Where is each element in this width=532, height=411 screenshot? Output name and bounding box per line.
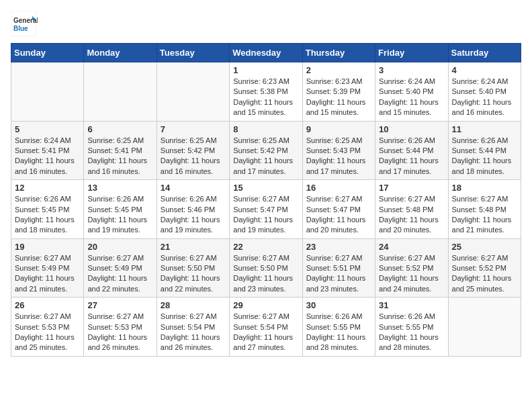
calendar-cell: [11, 62, 84, 122]
day-number: 10: [379, 124, 444, 134]
day-info: Sunrise: 6:24 AMSunset: 5:40 PMDaylight:…: [379, 77, 444, 118]
day-info: Sunrise: 6:27 AMSunset: 5:50 PMDaylight:…: [233, 253, 298, 295]
day-number: 11: [452, 124, 517, 134]
day-number: 25: [452, 242, 517, 252]
weekday-header-friday: Friday: [375, 44, 448, 62]
day-info: Sunrise: 6:27 AMSunset: 5:53 PMDaylight:…: [87, 312, 152, 353]
day-number: 26: [15, 300, 80, 310]
day-info: Sunrise: 6:27 AMSunset: 5:47 PMDaylight:…: [233, 194, 298, 236]
day-number: 13: [87, 183, 152, 193]
day-number: 6: [87, 124, 152, 134]
calendar-week-5: 26Sunrise: 6:27 AMSunset: 5:53 PMDayligh…: [11, 298, 521, 357]
day-number: 16: [306, 183, 371, 193]
calendar-cell: 17Sunrise: 6:27 AMSunset: 5:48 PMDayligh…: [375, 180, 448, 239]
calendar-week-1: 1Sunrise: 6:23 AMSunset: 5:38 PMDaylight…: [11, 62, 521, 122]
calendar-cell: 1Sunrise: 6:23 AMSunset: 5:38 PMDaylight…: [230, 62, 302, 122]
calendar-cell: 26Sunrise: 6:27 AMSunset: 5:53 PMDayligh…: [11, 298, 84, 357]
day-number: 14: [161, 183, 226, 193]
day-number: 24: [379, 242, 444, 252]
calendar-cell: 27Sunrise: 6:27 AMSunset: 5:53 PMDayligh…: [84, 298, 157, 357]
calendar-cell: 11Sunrise: 6:26 AMSunset: 5:44 PMDayligh…: [448, 121, 521, 180]
page-header: General Blue: [11, 11, 521, 38]
day-number: 9: [306, 124, 371, 134]
day-info: Sunrise: 6:26 AMSunset: 5:44 PMDaylight:…: [452, 136, 517, 177]
calendar-cell: 14Sunrise: 6:26 AMSunset: 5:46 PMDayligh…: [157, 180, 229, 239]
calendar-table: SundayMondayTuesdayWednesdayThursdayFrid…: [11, 43, 521, 357]
day-number: 8: [233, 124, 298, 134]
weekday-header-tuesday: Tuesday: [157, 44, 229, 62]
day-number: 19: [15, 242, 80, 252]
calendar-week-4: 19Sunrise: 6:27 AMSunset: 5:49 PMDayligh…: [11, 238, 521, 298]
day-info: Sunrise: 6:23 AMSunset: 5:39 PMDaylight:…: [306, 77, 371, 118]
day-number: 22: [233, 242, 298, 252]
day-number: 21: [161, 242, 226, 252]
day-info: Sunrise: 6:27 AMSunset: 5:54 PMDaylight:…: [161, 312, 226, 353]
day-number: 28: [161, 300, 226, 310]
day-info: Sunrise: 6:24 AMSunset: 5:41 PMDaylight:…: [15, 136, 80, 177]
day-info: Sunrise: 6:27 AMSunset: 5:52 PMDaylight:…: [452, 253, 517, 295]
day-info: Sunrise: 6:27 AMSunset: 5:50 PMDaylight:…: [161, 253, 226, 295]
weekday-header-monday: Monday: [84, 44, 157, 62]
calendar-week-3: 12Sunrise: 6:26 AMSunset: 5:45 PMDayligh…: [11, 180, 521, 239]
day-number: 12: [15, 183, 80, 193]
calendar-cell: 2Sunrise: 6:23 AMSunset: 5:39 PMDaylight…: [302, 62, 375, 122]
day-info: Sunrise: 6:25 AMSunset: 5:41 PMDaylight:…: [87, 136, 152, 177]
calendar-cell: 5Sunrise: 6:24 AMSunset: 5:41 PMDaylight…: [11, 121, 84, 180]
day-number: 27: [87, 300, 152, 310]
calendar-cell: 19Sunrise: 6:27 AMSunset: 5:49 PMDayligh…: [11, 238, 84, 298]
calendar-body: 1Sunrise: 6:23 AMSunset: 5:38 PMDaylight…: [11, 62, 521, 357]
day-number: 30: [306, 300, 371, 310]
calendar-cell: 25Sunrise: 6:27 AMSunset: 5:52 PMDayligh…: [448, 238, 521, 298]
day-info: Sunrise: 6:27 AMSunset: 5:47 PMDaylight:…: [306, 194, 371, 236]
day-number: 15: [233, 183, 298, 193]
calendar-cell: 29Sunrise: 6:27 AMSunset: 5:54 PMDayligh…: [230, 298, 302, 357]
day-info: Sunrise: 6:25 AMSunset: 5:42 PMDaylight:…: [233, 136, 298, 177]
day-info: Sunrise: 6:27 AMSunset: 5:49 PMDaylight:…: [87, 253, 152, 295]
weekday-header-wednesday: Wednesday: [230, 44, 302, 62]
calendar-cell: 9Sunrise: 6:25 AMSunset: 5:43 PMDaylight…: [302, 121, 375, 180]
calendar-cell: 20Sunrise: 6:27 AMSunset: 5:49 PMDayligh…: [84, 238, 157, 298]
calendar-cell: [448, 298, 521, 357]
calendar-cell: 31Sunrise: 6:26 AMSunset: 5:55 PMDayligh…: [375, 298, 448, 357]
day-number: 20: [87, 242, 152, 252]
day-number: 7: [161, 124, 226, 134]
day-info: Sunrise: 6:27 AMSunset: 5:51 PMDaylight:…: [306, 253, 371, 295]
day-number: 3: [379, 65, 444, 75]
day-info: Sunrise: 6:27 AMSunset: 5:52 PMDaylight:…: [379, 253, 444, 295]
day-number: 31: [379, 300, 444, 310]
day-number: 4: [452, 65, 517, 75]
calendar-cell: [84, 62, 157, 122]
calendar-cell: 6Sunrise: 6:25 AMSunset: 5:41 PMDaylight…: [84, 121, 157, 180]
calendar-cell: 10Sunrise: 6:26 AMSunset: 5:44 PMDayligh…: [375, 121, 448, 180]
logo-icon: General Blue: [11, 11, 38, 38]
day-info: Sunrise: 6:26 AMSunset: 5:44 PMDaylight:…: [379, 136, 444, 177]
calendar-cell: 21Sunrise: 6:27 AMSunset: 5:50 PMDayligh…: [157, 238, 229, 298]
logo: General Blue: [11, 11, 38, 38]
day-info: Sunrise: 6:27 AMSunset: 5:48 PMDaylight:…: [452, 194, 517, 236]
calendar-week-2: 5Sunrise: 6:24 AMSunset: 5:41 PMDaylight…: [11, 121, 521, 180]
calendar-cell: 24Sunrise: 6:27 AMSunset: 5:52 PMDayligh…: [375, 238, 448, 298]
weekday-header-thursday: Thursday: [302, 44, 375, 62]
calendar-cell: 30Sunrise: 6:26 AMSunset: 5:55 PMDayligh…: [302, 298, 375, 357]
svg-text:Blue: Blue: [13, 25, 28, 32]
calendar-cell: 22Sunrise: 6:27 AMSunset: 5:50 PMDayligh…: [230, 238, 302, 298]
calendar-cell: 13Sunrise: 6:26 AMSunset: 5:45 PMDayligh…: [84, 180, 157, 239]
day-info: Sunrise: 6:26 AMSunset: 5:55 PMDaylight:…: [379, 312, 444, 353]
day-info: Sunrise: 6:25 AMSunset: 5:42 PMDaylight:…: [161, 136, 226, 177]
day-info: Sunrise: 6:27 AMSunset: 5:53 PMDaylight:…: [15, 312, 80, 353]
day-info: Sunrise: 6:24 AMSunset: 5:40 PMDaylight:…: [452, 77, 517, 118]
calendar-cell: 12Sunrise: 6:26 AMSunset: 5:45 PMDayligh…: [11, 180, 84, 239]
weekday-header-saturday: Saturday: [448, 44, 521, 62]
calendar-cell: 3Sunrise: 6:24 AMSunset: 5:40 PMDaylight…: [375, 62, 448, 122]
day-info: Sunrise: 6:23 AMSunset: 5:38 PMDaylight:…: [233, 77, 298, 118]
calendar-cell: 4Sunrise: 6:24 AMSunset: 5:40 PMDaylight…: [448, 62, 521, 122]
day-number: 29: [233, 300, 298, 310]
day-info: Sunrise: 6:26 AMSunset: 5:46 PMDaylight:…: [161, 194, 226, 236]
day-info: Sunrise: 6:27 AMSunset: 5:48 PMDaylight:…: [379, 194, 444, 236]
calendar-cell: 28Sunrise: 6:27 AMSunset: 5:54 PMDayligh…: [157, 298, 229, 357]
weekday-header-sunday: Sunday: [11, 44, 84, 62]
calendar-cell: 18Sunrise: 6:27 AMSunset: 5:48 PMDayligh…: [448, 180, 521, 239]
day-number: 18: [452, 183, 517, 193]
calendar-cell: 7Sunrise: 6:25 AMSunset: 5:42 PMDaylight…: [157, 121, 229, 180]
day-number: 17: [379, 183, 444, 193]
